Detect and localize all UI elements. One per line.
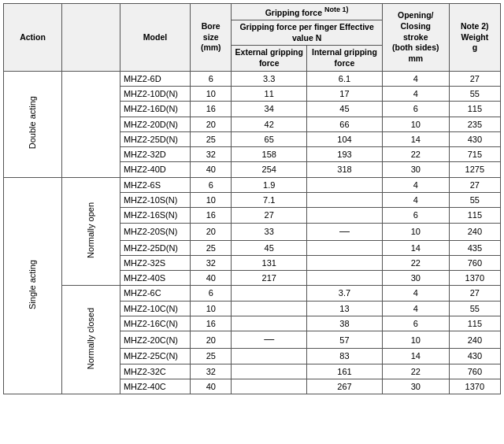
double-acting-label: Double acting	[4, 71, 62, 177]
int-cell: 6.1	[307, 71, 383, 86]
internal-header: Internal gripping force	[307, 46, 383, 71]
bore-cell: 20	[191, 223, 232, 240]
stroke-cell: 14	[382, 349, 449, 364]
ext-cell	[232, 349, 307, 364]
weight-cell: 1275	[449, 162, 500, 177]
stroke-cell: 30	[382, 379, 449, 394]
ext-cell	[232, 286, 307, 301]
weight-cell: 27	[449, 286, 500, 301]
model-cell: MHZ2-10S(N)	[120, 193, 190, 208]
bore-cell: 32	[191, 364, 232, 379]
bore-cell: 6	[191, 177, 232, 192]
bore-cell: 40	[191, 271, 232, 286]
weight-cell: 27	[449, 177, 500, 192]
stroke-cell: 14	[382, 240, 449, 255]
model-cell: MHZ2-6S	[120, 177, 190, 192]
stroke-cell: 6	[382, 102, 449, 117]
model-cell: MHZ2-40S	[120, 271, 190, 286]
stroke-cell: 14	[382, 131, 449, 146]
stroke-cell: 10	[382, 117, 449, 131]
int-cell	[307, 240, 383, 255]
int-cell: 17	[307, 87, 383, 102]
external-header: External gripping force	[232, 46, 307, 71]
stroke-cell: 6	[382, 316, 449, 331]
bore-cell: 10	[191, 87, 232, 102]
int-cell: 267	[307, 379, 383, 394]
model-cell: MHZ2-10C(N)	[120, 301, 190, 316]
ext-cell: 45	[232, 240, 307, 255]
weight-header: Note 2)Weightg	[449, 4, 500, 72]
stroke-cell: 4	[382, 177, 449, 192]
stroke-cell: 4	[382, 193, 449, 208]
weight-cell: 235	[449, 117, 500, 131]
ext-cell: —	[232, 331, 307, 349]
weight-cell: 240	[449, 331, 500, 349]
int-cell: 13	[307, 301, 383, 316]
model-cell: MHZ2-40C	[120, 379, 190, 394]
weight-cell: 27	[449, 71, 500, 86]
bore-cell: 16	[191, 316, 232, 331]
model-header: Model	[120, 4, 190, 72]
action-header: Action	[4, 4, 62, 72]
bore-cell: 6	[191, 71, 232, 86]
ext-cell: 33	[232, 223, 307, 240]
weight-cell: 115	[449, 102, 500, 117]
bore-size-header: Boresize(mm)	[191, 4, 232, 72]
stroke-cell: 4	[382, 286, 449, 301]
ext-cell: 3.3	[232, 71, 307, 86]
model-cell: MHZ2-25D(N)	[120, 240, 190, 255]
int-cell	[307, 208, 383, 223]
gripping-force-main-header: Gripping force Note 1)	[232, 4, 382, 20]
stroke-cell: 4	[382, 87, 449, 102]
bore-cell: 32	[191, 255, 232, 270]
weight-cell: 1370	[449, 379, 500, 394]
bore-cell: 10	[191, 301, 232, 316]
weight-cell: 760	[449, 364, 500, 379]
ext-cell	[232, 316, 307, 331]
int-cell: 3.7	[307, 286, 383, 301]
model-cell: MHZ2-32C	[120, 364, 190, 379]
bore-cell: 40	[191, 379, 232, 394]
ext-cell: 42	[232, 117, 307, 131]
int-cell	[307, 271, 383, 286]
note1: Note 1)	[324, 6, 349, 13]
ext-cell: 1.9	[232, 177, 307, 192]
model-cell: MHZ2-40D	[120, 162, 190, 177]
model-cell: MHZ2-16C(N)	[120, 316, 190, 331]
ext-cell	[232, 379, 307, 394]
int-cell: 38	[307, 316, 383, 331]
model-cell: MHZ2-16D(N)	[120, 102, 190, 117]
model-cell: MHZ2-25C(N)	[120, 349, 190, 364]
ext-cell: 131	[232, 255, 307, 270]
bore-cell: 20	[191, 117, 232, 131]
bore-cell: 25	[191, 240, 232, 255]
ext-cell: 217	[232, 271, 307, 286]
ext-cell: 11	[232, 87, 307, 102]
int-cell: 45	[307, 102, 383, 117]
int-cell	[307, 177, 383, 192]
int-cell: 193	[307, 147, 383, 162]
weight-cell: 115	[449, 208, 500, 223]
int-cell: 83	[307, 349, 383, 364]
stroke-header: Opening/Closingstroke(both sides)mm	[382, 4, 449, 72]
int-cell: 161	[307, 364, 383, 379]
weight-cell: 760	[449, 255, 500, 270]
model-header-spacer	[61, 4, 120, 72]
ext-cell: 158	[232, 147, 307, 162]
note2: Note 2)	[461, 21, 489, 31]
single-acting-label: Single acting	[4, 177, 62, 394]
bore-cell: 40	[191, 162, 232, 177]
stroke-cell: 22	[382, 147, 449, 162]
ext-cell: 65	[232, 131, 307, 146]
ext-cell: 34	[232, 102, 307, 117]
model-cell: MHZ2-32D	[120, 147, 190, 162]
ext-cell: 254	[232, 162, 307, 177]
model-cell: MHZ2-25D(N)	[120, 131, 190, 146]
ext-cell	[232, 301, 307, 316]
stroke-cell: 4	[382, 71, 449, 86]
stroke-cell: 6	[382, 208, 449, 223]
int-cell: 57	[307, 331, 383, 349]
model-cell: MHZ2-20C(N)	[120, 331, 190, 349]
weight-cell: 430	[449, 131, 500, 146]
int-cell: 318	[307, 162, 383, 177]
